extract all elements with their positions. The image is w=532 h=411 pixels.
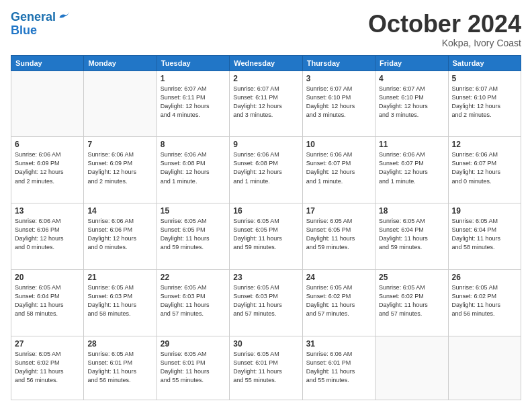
header: General Blue October 2024 Kokpa, Ivory C… — [11, 11, 521, 48]
day-number: 24 — [306, 273, 371, 282]
title-block: October 2024 Kokpa, Ivory Coast — [368, 11, 521, 48]
calendar-header-wednesday: Wednesday — [230, 55, 302, 71]
calendar-cell: 8Sunrise: 6:06 AMSunset: 6:08 PMDaylight… — [157, 137, 229, 203]
calendar-cell: 23Sunrise: 6:05 AMSunset: 6:03 PMDayligh… — [230, 269, 302, 336]
calendar-table: SundayMondayTuesdayWednesdayThursdayFrid… — [11, 55, 521, 400]
day-info: Sunrise: 6:07 AMSunset: 6:10 PMDaylight:… — [452, 85, 517, 120]
day-info: Sunrise: 6:06 AMSunset: 6:08 PMDaylight:… — [233, 150, 298, 185]
day-info: Sunrise: 6:05 AMSunset: 6:03 PMDaylight:… — [161, 283, 226, 318]
day-number: 5 — [452, 74, 517, 83]
day-number: 26 — [452, 273, 517, 282]
calendar-header-sunday: Sunday — [11, 55, 84, 71]
calendar-cell: 26Sunrise: 6:05 AMSunset: 6:02 PMDayligh… — [448, 269, 521, 336]
day-info: Sunrise: 6:05 AMSunset: 6:01 PMDaylight:… — [233, 350, 298, 385]
calendar-cell: 4Sunrise: 6:07 AMSunset: 6:10 PMDaylight… — [375, 71, 448, 137]
calendar-cell: 2Sunrise: 6:07 AMSunset: 6:11 PMDaylight… — [230, 71, 302, 137]
calendar-cell: 28Sunrise: 6:05 AMSunset: 6:01 PMDayligh… — [84, 336, 157, 400]
day-info: Sunrise: 6:05 AMSunset: 6:03 PMDaylight:… — [87, 283, 152, 318]
day-number: 4 — [379, 74, 444, 83]
calendar-header-tuesday: Tuesday — [157, 55, 229, 71]
day-info: Sunrise: 6:07 AMSunset: 6:10 PMDaylight:… — [379, 85, 444, 120]
calendar-cell: 14Sunrise: 6:06 AMSunset: 6:06 PMDayligh… — [84, 203, 157, 270]
day-info: Sunrise: 6:06 AMSunset: 6:07 PMDaylight:… — [306, 150, 371, 185]
calendar-cell: 17Sunrise: 6:05 AMSunset: 6:05 PMDayligh… — [302, 203, 375, 270]
calendar-cell: 11Sunrise: 6:06 AMSunset: 6:07 PMDayligh… — [375, 137, 448, 203]
day-info: Sunrise: 6:06 AMSunset: 6:01 PMDaylight:… — [306, 350, 371, 385]
day-number: 2 — [233, 74, 298, 83]
calendar-header-thursday: Thursday — [302, 55, 375, 71]
day-number: 27 — [15, 339, 80, 349]
day-info: Sunrise: 6:05 AMSunset: 6:02 PMDaylight:… — [306, 283, 371, 318]
calendar-week-2: 6Sunrise: 6:06 AMSunset: 6:09 PMDaylight… — [11, 137, 521, 203]
calendar-header-friday: Friday — [375, 55, 448, 71]
calendar-cell — [84, 71, 157, 137]
location: Kokpa, Ivory Coast — [368, 38, 521, 48]
logo-blue-text: Blue — [11, 24, 71, 38]
calendar-cell: 18Sunrise: 6:05 AMSunset: 6:04 PMDayligh… — [375, 203, 448, 270]
calendar-header-saturday: Saturday — [448, 55, 521, 71]
day-number: 15 — [161, 206, 226, 216]
day-number: 30 — [233, 339, 298, 349]
day-info: Sunrise: 6:06 AMSunset: 6:09 PMDaylight:… — [15, 150, 80, 185]
calendar-week-4: 20Sunrise: 6:05 AMSunset: 6:04 PMDayligh… — [11, 269, 521, 336]
calendar-cell: 27Sunrise: 6:05 AMSunset: 6:02 PMDayligh… — [11, 336, 84, 400]
day-info: Sunrise: 6:05 AMSunset: 6:03 PMDaylight:… — [233, 283, 298, 318]
day-info: Sunrise: 6:06 AMSunset: 6:09 PMDaylight:… — [87, 150, 152, 185]
day-number: 12 — [452, 140, 517, 149]
day-number: 29 — [161, 339, 226, 349]
day-number: 16 — [233, 206, 298, 216]
calendar-week-5: 27Sunrise: 6:05 AMSunset: 6:02 PMDayligh… — [11, 336, 521, 400]
day-info: Sunrise: 6:05 AMSunset: 6:05 PMDaylight:… — [161, 217, 226, 252]
day-number: 8 — [161, 140, 226, 149]
day-number: 13 — [15, 206, 80, 216]
calendar-cell: 3Sunrise: 6:07 AMSunset: 6:10 PMDaylight… — [302, 71, 375, 137]
page: General Blue October 2024 Kokpa, Ivory C… — [0, 0, 532, 411]
day-number: 10 — [306, 140, 371, 149]
day-info: Sunrise: 6:06 AMSunset: 6:08 PMDaylight:… — [161, 150, 226, 185]
calendar-cell: 31Sunrise: 6:06 AMSunset: 6:01 PMDayligh… — [302, 336, 375, 400]
calendar-cell: 24Sunrise: 6:05 AMSunset: 6:02 PMDayligh… — [302, 269, 375, 336]
calendar-header-monday: Monday — [84, 55, 157, 71]
day-number: 23 — [233, 273, 298, 282]
calendar-header-row: SundayMondayTuesdayWednesdayThursdayFrid… — [11, 55, 521, 71]
logo: General Blue — [11, 11, 71, 38]
day-number: 18 — [379, 206, 444, 216]
calendar-cell: 6Sunrise: 6:06 AMSunset: 6:09 PMDaylight… — [11, 137, 84, 203]
day-number: 11 — [379, 140, 444, 149]
day-number: 19 — [452, 206, 517, 216]
calendar-cell — [448, 336, 521, 400]
month-title: October 2024 — [368, 11, 521, 38]
calendar-cell — [375, 336, 448, 400]
calendar-cell: 9Sunrise: 6:06 AMSunset: 6:08 PMDaylight… — [230, 137, 302, 203]
calendar-cell: 19Sunrise: 6:05 AMSunset: 6:04 PMDayligh… — [448, 203, 521, 270]
day-info: Sunrise: 6:05 AMSunset: 6:05 PMDaylight:… — [233, 217, 298, 252]
calendar-cell: 12Sunrise: 6:06 AMSunset: 6:07 PMDayligh… — [448, 137, 521, 203]
day-info: Sunrise: 6:06 AMSunset: 6:07 PMDaylight:… — [379, 150, 444, 185]
day-number: 7 — [87, 140, 152, 149]
day-number: 1 — [161, 74, 226, 83]
calendar-cell: 30Sunrise: 6:05 AMSunset: 6:01 PMDayligh… — [230, 336, 302, 400]
calendar-cell: 13Sunrise: 6:06 AMSunset: 6:06 PMDayligh… — [11, 203, 84, 270]
day-info: Sunrise: 6:07 AMSunset: 6:10 PMDaylight:… — [306, 85, 371, 120]
day-info: Sunrise: 6:06 AMSunset: 6:07 PMDaylight:… — [452, 150, 517, 185]
day-info: Sunrise: 6:05 AMSunset: 6:04 PMDaylight:… — [15, 283, 80, 318]
day-number: 22 — [161, 273, 226, 282]
day-number: 9 — [233, 140, 298, 149]
calendar-cell: 1Sunrise: 6:07 AMSunset: 6:11 PMDaylight… — [157, 71, 229, 137]
day-info: Sunrise: 6:05 AMSunset: 6:02 PMDaylight:… — [452, 283, 517, 318]
day-number: 17 — [306, 206, 371, 216]
day-info: Sunrise: 6:05 AMSunset: 6:02 PMDaylight:… — [379, 283, 444, 318]
calendar-cell — [11, 71, 84, 137]
day-info: Sunrise: 6:05 AMSunset: 6:02 PMDaylight:… — [15, 350, 80, 385]
calendar-cell: 20Sunrise: 6:05 AMSunset: 6:04 PMDayligh… — [11, 269, 84, 336]
day-info: Sunrise: 6:07 AMSunset: 6:11 PMDaylight:… — [161, 85, 226, 120]
day-number: 25 — [379, 273, 444, 282]
calendar-cell: 29Sunrise: 6:05 AMSunset: 6:01 PMDayligh… — [157, 336, 229, 400]
day-info: Sunrise: 6:05 AMSunset: 6:04 PMDaylight:… — [452, 217, 517, 252]
day-info: Sunrise: 6:07 AMSunset: 6:11 PMDaylight:… — [233, 85, 298, 120]
calendar-cell: 15Sunrise: 6:05 AMSunset: 6:05 PMDayligh… — [157, 203, 229, 270]
day-number: 6 — [15, 140, 80, 149]
logo-bird-icon — [57, 11, 71, 24]
calendar-cell: 25Sunrise: 6:05 AMSunset: 6:02 PMDayligh… — [375, 269, 448, 336]
day-info: Sunrise: 6:06 AMSunset: 6:06 PMDaylight:… — [87, 217, 152, 252]
